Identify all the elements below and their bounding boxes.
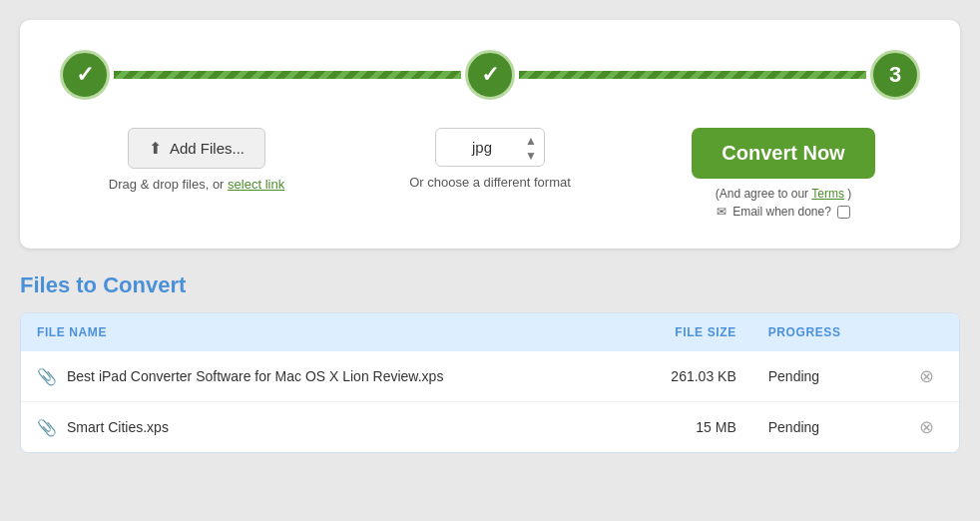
- add-files-col: ⬆ Add Files... Drag & drop files, or sel…: [60, 128, 333, 192]
- upload-card: ✓ ✓ 3 ⬆ Add Files... Drag & drop files, …: [20, 20, 960, 249]
- select-link[interactable]: select link: [228, 177, 284, 192]
- files-section-wrapper: Files to Convert FILE NAME FILE SIZE PRO…: [20, 272, 960, 453]
- files-title-dynamic: Convert: [103, 272, 186, 297]
- convert-now-button[interactable]: Convert Now: [692, 128, 874, 179]
- file-name: Best iPad Converter Software for Mac OS …: [67, 368, 443, 384]
- remove-file-button[interactable]: ⊗: [911, 365, 943, 387]
- convert-col: Convert Now (And agree to our Terms ) ✉ …: [647, 128, 920, 219]
- file-name-cell: 📎 Smart Cities.xps: [21, 402, 620, 453]
- add-files-label: Add Files...: [170, 140, 245, 157]
- remove-cell: ⊗: [895, 402, 959, 453]
- files-table-header: FILE NAME FILE SIZE PROGRESS: [21, 313, 959, 351]
- connector-1-2: [114, 71, 461, 79]
- email-icon: ✉: [717, 205, 727, 219]
- step-3-label: 3: [889, 62, 901, 88]
- format-hint: Or choose a different format: [409, 175, 571, 190]
- actions-row: ⬆ Add Files... Drag & drop files, or sel…: [60, 128, 920, 219]
- steps-progress: ✓ ✓ 3: [60, 50, 920, 100]
- email-checkbox[interactable]: [837, 206, 850, 219]
- file-size-cell: 261.03 KB: [620, 351, 752, 402]
- table-row: 📎 Best iPad Converter Software for Mac O…: [21, 351, 959, 402]
- files-table-container: FILE NAME FILE SIZE PROGRESS 📎 Best iPad…: [20, 312, 960, 453]
- progress-cell: Pending: [752, 402, 895, 453]
- remove-cell: ⊗: [895, 351, 959, 402]
- col-remove: [895, 313, 959, 351]
- col-file-name: FILE NAME: [21, 313, 620, 351]
- paperclip-icon: 📎: [37, 418, 57, 437]
- add-files-button[interactable]: ⬆ Add Files...: [128, 128, 265, 169]
- format-select[interactable]: jpg png pdf gif bmp tiff webp: [435, 128, 545, 167]
- drag-drop-hint: Drag & drop files, or select link: [109, 177, 284, 192]
- step-2-circle: ✓: [465, 50, 515, 100]
- step-1-circle: ✓: [60, 50, 110, 100]
- file-size-cell: 15 MB: [620, 402, 752, 453]
- progress-cell: Pending: [752, 351, 895, 402]
- terms-text: (And agree to our Terms ): [716, 187, 852, 201]
- step-3-circle: 3: [870, 50, 920, 100]
- email-label: Email when done?: [733, 205, 831, 219]
- format-select-wrap: jpg png pdf gif bmp tiff webp ▲▼: [435, 128, 545, 167]
- step-2-label: ✓: [481, 62, 499, 88]
- table-row: 📎 Smart Cities.xps 15 MB Pending ⊗: [21, 402, 959, 453]
- col-progress: PROGRESS: [752, 313, 895, 351]
- file-name: Smart Cities.xps: [67, 419, 169, 435]
- step-1-label: ✓: [76, 62, 94, 88]
- email-row: ✉ Email when done?: [717, 205, 850, 219]
- connector-2-3: [519, 71, 866, 79]
- files-table-body: 📎 Best iPad Converter Software for Mac O…: [21, 351, 959, 452]
- paperclip-icon: 📎: [37, 367, 57, 386]
- remove-file-button[interactable]: ⊗: [911, 416, 943, 438]
- upload-icon: ⬆: [149, 139, 162, 158]
- col-file-size: FILE SIZE: [620, 313, 752, 351]
- files-table: FILE NAME FILE SIZE PROGRESS 📎 Best iPad…: [21, 313, 959, 452]
- format-col: jpg png pdf gif bmp tiff webp ▲▼ Or choo…: [353, 128, 627, 190]
- files-title: Files to Convert: [20, 272, 960, 298]
- terms-link[interactable]: Terms: [811, 187, 844, 201]
- file-name-cell: 📎 Best iPad Converter Software for Mac O…: [21, 351, 620, 402]
